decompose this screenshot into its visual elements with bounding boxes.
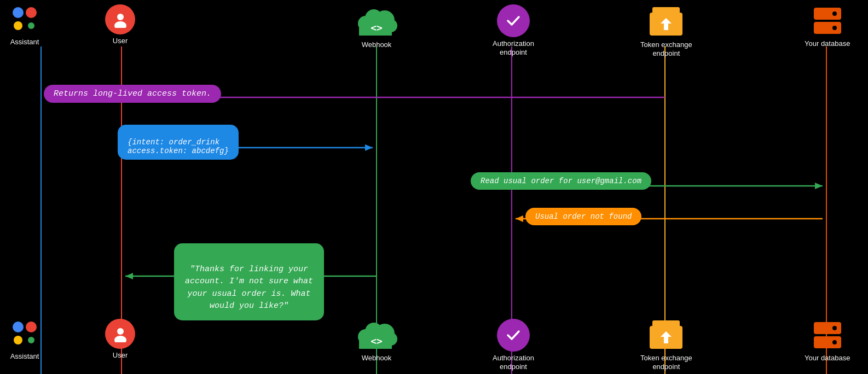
message-intent-label: {intent: order_drink access.token: abcde… (118, 125, 239, 160)
svg-marker-9 (365, 144, 373, 151)
assistant-top-label: Assistant (10, 38, 39, 46)
svg-point-21 (114, 21, 126, 28)
sequence-diagram: Assistant User <> Webhook (0, 0, 868, 374)
svg-rect-29 (652, 7, 680, 15)
actor-auth-bottom: Authorizationendpoint (493, 319, 534, 371)
actor-assistant-top: Assistant (8, 3, 41, 46)
message-returns-token-label: Returns long-lived access token. (44, 85, 221, 103)
actor-user-bottom: User (105, 319, 135, 360)
assistant-icon (8, 3, 41, 36)
user-icon-top (105, 4, 135, 34)
svg-marker-15 (125, 273, 133, 279)
svg-text:<>: <> (371, 22, 383, 33)
svg-rect-31 (664, 24, 668, 30)
actor-db-bottom: Your database (805, 319, 850, 363)
message-thanks: "Thanks for linking your account. I'm no… (174, 243, 324, 320)
arrows-layer (0, 0, 868, 374)
message-thanks-label: "Thanks for linking your account. I'm no… (174, 243, 324, 320)
svg-text:<>: <> (371, 335, 383, 347)
message-read-usual-order: Read usual order for user@gmail.com (471, 172, 651, 190)
db-top-label: Your database (805, 39, 850, 48)
token-icon-top (647, 3, 685, 38)
webhook-icon-top: <> (355, 3, 398, 38)
token-bottom-label: Token exchangeendpoint (640, 354, 692, 371)
actor-db-top: Your database (805, 4, 850, 48)
actor-auth-top: Authorizationendpoint (493, 4, 534, 56)
webhook-bottom-label: Webhook (362, 354, 392, 363)
actor-assistant-bottom: Assistant (8, 317, 41, 361)
user-top-label: User (113, 37, 128, 45)
svg-point-19 (28, 22, 34, 29)
actor-token-bottom: Token exchangeendpoint (640, 316, 692, 371)
svg-rect-47 (664, 337, 668, 343)
db-bottom-label: Your database (805, 354, 850, 363)
message-not-found-label: Usual order not found (525, 208, 641, 225)
message-intent-order: {intent: order_drink access.token: abcde… (118, 125, 239, 160)
svg-rect-45 (652, 320, 680, 328)
actor-token-top: Token exchangeendpoint (640, 3, 692, 57)
svg-point-36 (117, 328, 124, 335)
db-icon-bottom (812, 319, 842, 352)
message-read-label: Read usual order for user@gmail.com (471, 172, 651, 190)
webhook-icon-bottom: <> (355, 316, 398, 352)
svg-point-18 (14, 21, 22, 30)
webhook-top-label: Webhook (362, 40, 392, 49)
svg-marker-11 (815, 183, 823, 189)
svg-marker-13 (516, 215, 523, 222)
token-top-label: Token exchangeendpoint (640, 40, 692, 57)
svg-point-20 (117, 14, 124, 20)
actor-user-top: User (105, 4, 135, 45)
svg-point-37 (114, 336, 126, 342)
svg-point-32 (13, 322, 24, 332)
svg-point-34 (14, 336, 22, 344)
svg-point-17 (26, 7, 37, 18)
svg-point-35 (28, 337, 34, 343)
actor-webhook-bottom: <> Webhook (355, 316, 398, 363)
user-bottom-label: User (113, 351, 128, 360)
svg-point-16 (13, 7, 24, 18)
assistant-icon-bottom (8, 317, 41, 350)
auth-bottom-label: Authorizationendpoint (493, 354, 534, 371)
auth-icon-top (497, 4, 530, 37)
user-icon-bottom (105, 319, 135, 349)
message-returns-token: Returns long-lived access token. (44, 85, 221, 103)
auth-top-label: Authorizationendpoint (493, 39, 534, 56)
token-icon-bottom (647, 316, 685, 352)
svg-point-33 (26, 322, 37, 332)
assistant-bottom-label: Assistant (10, 352, 39, 361)
db-icon-top (812, 4, 842, 37)
actor-webhook-top: <> Webhook (355, 3, 398, 49)
auth-icon-bottom (497, 319, 530, 352)
message-usual-not-found: Usual order not found (525, 208, 641, 225)
